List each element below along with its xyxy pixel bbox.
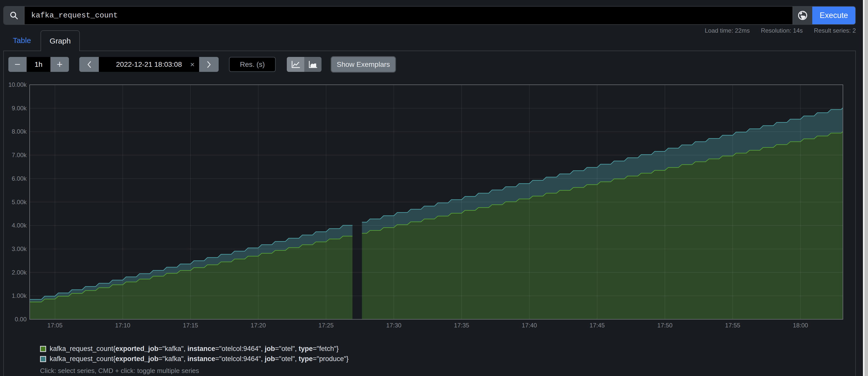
line-chart-icon xyxy=(291,60,301,69)
legend-swatch-fetch xyxy=(40,346,46,352)
legend-help-text: Click: select series, CMD + click: toggl… xyxy=(40,367,199,375)
svg-text:8.00k: 8.00k xyxy=(12,128,27,135)
svg-text:4.00k: 4.00k xyxy=(12,222,27,229)
globe-icon xyxy=(797,10,808,21)
result-series: Result series: 2 xyxy=(814,27,856,34)
svg-text:2.00k: 2.00k xyxy=(12,269,27,276)
stacked-chart-icon xyxy=(308,60,318,69)
resolution: Resolution: 14s xyxy=(761,27,803,34)
execute-button[interactable]: Execute xyxy=(812,7,855,24)
query-stats: Load time: 22ms Resolution: 14s Result s… xyxy=(705,27,856,34)
svg-text:17:45: 17:45 xyxy=(590,322,605,329)
scrollbar-track[interactable] xyxy=(863,0,868,376)
show-exemplars-button[interactable]: Show Exemplars xyxy=(331,57,395,72)
query-input[interactable]: kafka_request_count xyxy=(25,7,793,24)
stacked-chart-button[interactable] xyxy=(304,57,321,72)
prev-time-button[interactable] xyxy=(79,57,99,72)
svg-text:17:25: 17:25 xyxy=(318,322,334,329)
page: kafka_request_count Execute Load time: 2… xyxy=(0,0,868,376)
svg-text:3.00k: 3.00k xyxy=(12,245,27,252)
decrease-range-button[interactable]: − xyxy=(8,57,27,72)
increase-range-button[interactable]: + xyxy=(51,57,69,72)
svg-text:17:30: 17:30 xyxy=(386,322,401,329)
chevron-left-icon xyxy=(86,61,92,69)
svg-text:7.00k: 7.00k xyxy=(12,151,27,159)
chevron-right-icon xyxy=(206,61,212,69)
chart-type-toggle xyxy=(287,57,321,72)
svg-text:10.00k: 10.00k xyxy=(8,81,27,88)
svg-text:17:55: 17:55 xyxy=(725,322,740,329)
query-input-group: kafka_request_count Execute xyxy=(3,6,856,25)
legend-label: kafka_request_count{exported_job="kafka"… xyxy=(50,345,339,353)
duration-control: − 1h + xyxy=(8,57,69,72)
legend-swatch-produce xyxy=(40,356,46,362)
svg-text:5.00k: 5.00k xyxy=(12,199,27,205)
svg-text:17:10: 17:10 xyxy=(115,322,130,329)
clear-datetime-icon[interactable]: × xyxy=(190,60,194,69)
svg-text:18:00: 18:00 xyxy=(793,322,808,329)
graph-canvas[interactable]: 0.001.00k2.00k3.00k4.00k5.00k6.00k7.00k8… xyxy=(3,81,856,337)
search-icon-box xyxy=(4,7,25,24)
load-time: Load time: 22ms xyxy=(705,27,750,34)
svg-text:6.00k: 6.00k xyxy=(12,175,27,182)
svg-text:17:50: 17:50 xyxy=(657,322,673,329)
line-chart-button[interactable] xyxy=(287,57,304,72)
tab-graph[interactable]: Graph xyxy=(40,30,80,51)
datetime-control: 2022-12-21 18:03:08 × xyxy=(79,57,219,72)
svg-text:17:20: 17:20 xyxy=(251,322,266,329)
scrollbar-thumb[interactable] xyxy=(864,0,868,376)
datetime-input[interactable]: 2022-12-21 18:03:08 × xyxy=(99,57,199,72)
range-input[interactable]: 1h xyxy=(27,57,51,72)
resolution-input[interactable]: Res. (s) xyxy=(229,57,276,72)
svg-text:17:35: 17:35 xyxy=(454,322,469,329)
tab-table[interactable]: Table xyxy=(3,30,40,50)
svg-text:1.00k: 1.00k xyxy=(12,292,27,299)
next-time-button[interactable] xyxy=(199,57,219,72)
metrics-explorer-button[interactable] xyxy=(793,7,812,24)
svg-text:0.00: 0.00 xyxy=(15,316,27,322)
legend-item[interactable]: kafka_request_count{exported_job="kafka"… xyxy=(40,345,339,353)
svg-text:9.00k: 9.00k xyxy=(12,105,27,111)
legend-label: kafka_request_count{exported_job="kafka"… xyxy=(50,355,349,363)
svg-text:17:15: 17:15 xyxy=(183,322,198,329)
svg-text:17:40: 17:40 xyxy=(522,322,537,329)
svg-text:17:05: 17:05 xyxy=(48,322,63,329)
legend-item[interactable]: kafka_request_count{exported_job="kafka"… xyxy=(40,355,349,363)
search-icon xyxy=(9,11,19,20)
datetime-value: 2022-12-21 18:03:08 xyxy=(116,61,182,69)
